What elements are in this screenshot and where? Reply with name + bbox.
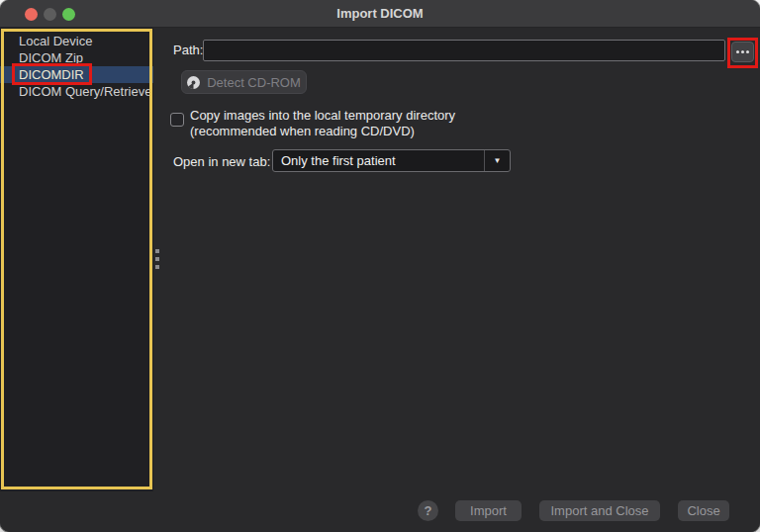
path-input[interactable] [203, 40, 725, 61]
close-button[interactable]: Close [678, 500, 729, 521]
open-in-new-tab-select[interactable]: Only the first patient ▼ [272, 149, 511, 172]
copy-images-label: Copy images into the local temporary dir… [190, 108, 455, 139]
source-sidebar: Local Device DICOM Zip DICOMDIR DICOM Qu… [0, 28, 153, 491]
dialog-body: Local Device DICOM Zip DICOMDIR DICOM Qu… [0, 28, 760, 532]
sidebar-item-dicom-query-retrieve[interactable]: DICOM Query/Retrieve [0, 83, 153, 100]
import-and-close-button[interactable]: Import and Close [539, 500, 660, 521]
copy-images-label-line1: Copy images into the local temporary dir… [190, 108, 455, 124]
source-list: Local Device DICOM Zip DICOMDIR DICOM Qu… [0, 33, 153, 100]
import-dicom-dialog: Import DICOM Local Device DICOM Zip DICO… [0, 0, 760, 532]
copy-images-label-line2: (recommended when reading CD/DVD) [190, 124, 455, 139]
splitter-dots-icon [155, 245, 159, 273]
titlebar[interactable]: Import DICOM [0, 0, 760, 28]
window-title: Import DICOM [0, 0, 760, 28]
copy-images-checkbox[interactable] [170, 113, 184, 127]
sidebar-item-local-device[interactable]: Local Device [0, 33, 153, 49]
splitter-handle[interactable] [153, 28, 162, 491]
chevron-down-icon: ▼ [484, 150, 510, 171]
path-label: Path: [173, 43, 203, 57]
ellipsis-icon [736, 50, 739, 53]
sidebar-item-dicomdir[interactable]: DICOMDIR [0, 66, 153, 83]
sidebar-item-dicom-zip[interactable]: DICOM Zip [0, 49, 153, 66]
detect-cdrom-label: Detect CD-ROM [207, 75, 301, 90]
cd-disc-icon [187, 76, 200, 89]
help-button[interactable]: ? [418, 500, 438, 521]
open-in-new-tab-value: Only the first patient [273, 150, 484, 171]
browse-button[interactable] [731, 42, 754, 62]
import-button[interactable]: Import [455, 500, 522, 521]
open-in-new-tab-label: Open in new tab: [173, 154, 270, 169]
detect-cdrom-button[interactable]: Detect CD-ROM [181, 70, 307, 94]
